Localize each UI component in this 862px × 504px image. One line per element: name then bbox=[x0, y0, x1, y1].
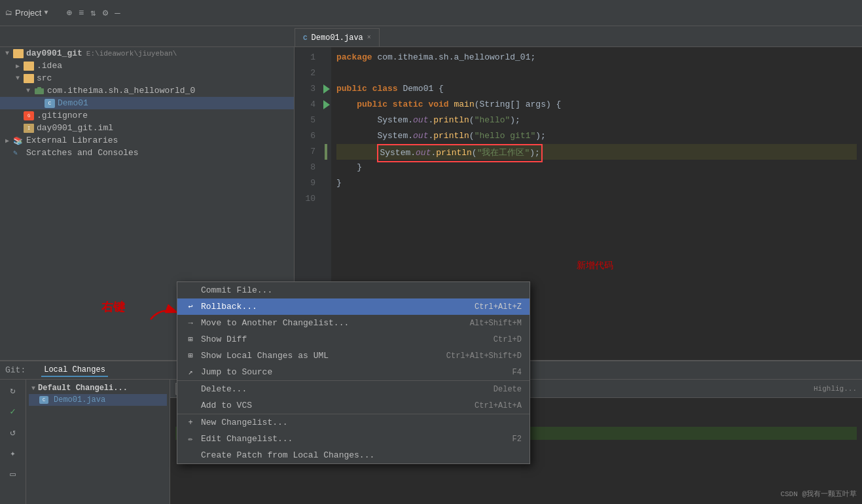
project-dropdown-icon[interactable]: ▼ bbox=[44, 9, 48, 16]
settings-icon[interactable]: ⚙ bbox=[103, 7, 108, 18]
menu-diff[interactable]: ⊞ Show Diff Ctrl+D bbox=[177, 331, 530, 348]
tab-local-changes[interactable]: Local Changes bbox=[41, 364, 108, 377]
edit-changelist-shortcut: F2 bbox=[512, 435, 522, 444]
tree-package[interactable]: ▼ com.itheima.sh.a_helloworld_0 bbox=[0, 84, 294, 97]
tab-label: Demo01.java bbox=[312, 33, 363, 43]
new-code-annotation: 新增代码 bbox=[577, 260, 613, 272]
tree-gitignore[interactable]: G .gitignore bbox=[0, 109, 294, 122]
menu-addvcs[interactable]: Add to VCS Ctrl+Alt+A bbox=[177, 397, 530, 414]
package-arrow-icon: ▼ bbox=[26, 87, 34, 94]
tab-close-icon[interactable]: × bbox=[367, 34, 371, 41]
code-line-3: public class Demo01 { bbox=[336, 81, 857, 97]
csdn-watermark: CSDN @我有一颗五叶草 bbox=[780, 489, 857, 499]
changelist-label: Default Changeli... bbox=[38, 384, 128, 393]
gitignore-icon: G bbox=[24, 111, 34, 120]
menu-delete[interactable]: Delete... Delete bbox=[177, 380, 530, 397]
menu-rollback[interactable]: ↩ Rollback... Ctrl+Alt+Z bbox=[177, 298, 530, 315]
edit-changelist-label: Edit Changelist... bbox=[201, 434, 293, 444]
diff-icon: ⊞ bbox=[185, 334, 196, 344]
root-folder-icon bbox=[13, 49, 24, 58]
locate-icon[interactable]: ⊕ bbox=[66, 7, 71, 18]
tree-src[interactable]: ▼ src bbox=[0, 72, 294, 84]
tab-bar: C Demo01.java × bbox=[0, 26, 862, 47]
jump-icon: ↗ bbox=[185, 367, 196, 377]
idea-label: .idea bbox=[37, 61, 62, 71]
menu-commit[interactable]: Commit File... bbox=[177, 282, 530, 298]
code-line-10 bbox=[336, 191, 857, 207]
sort-icon[interactable]: ⇅ bbox=[90, 7, 96, 18]
project-folder-icon: 🗂 bbox=[5, 9, 12, 17]
context-menu: Commit File... ↩ Rollback... Ctrl+Alt+Z … bbox=[177, 281, 530, 464]
iml-label: day0901_git.iml bbox=[37, 123, 113, 133]
new-changelist-label: New Changelist... bbox=[201, 418, 288, 427]
highlight-label: Highlig... bbox=[814, 385, 857, 393]
src-folder-icon bbox=[24, 74, 34, 83]
addvcs-shortcut: Ctrl+Alt+A bbox=[475, 401, 522, 410]
move-icon: → bbox=[185, 319, 196, 328]
code-line-7: System.out.println("我在工作区"); bbox=[336, 144, 857, 160]
minimize-icon[interactable]: — bbox=[115, 8, 120, 18]
menu-create-patch[interactable]: Create Patch from Local Changes... bbox=[177, 447, 530, 463]
list-icon[interactable]: ≡ bbox=[79, 8, 84, 18]
menu-edit-changelist[interactable]: ✏ Edit Changelist... F2 bbox=[177, 431, 530, 447]
run-mark-4[interactable] bbox=[323, 100, 330, 109]
code-line-5: System.out.println("hello"); bbox=[336, 113, 857, 128]
tree-iml[interactable]: I day0901_git.iml bbox=[0, 122, 294, 134]
toolbar: 🗂 Project ▼ ⊕ ≡ ⇅ ⚙ — bbox=[0, 0, 862, 26]
expand-btn[interactable]: ▭ bbox=[5, 466, 21, 482]
refresh-btn[interactable]: ↻ bbox=[5, 382, 21, 398]
idea-arrow-icon: ▶ bbox=[16, 62, 24, 70]
code-line-6: System.out.println("hello git1"); bbox=[336, 128, 857, 144]
code-line-1: package com.itheima.sh.a_helloworld_01; bbox=[336, 50, 857, 65]
check-btn[interactable]: ✓ bbox=[5, 403, 21, 419]
changelist-root[interactable]: ▼ Default Changeli... bbox=[29, 382, 167, 394]
tree-scratches[interactable]: ✎ Scratches and Consoles bbox=[0, 147, 294, 159]
root-label: day0901_git bbox=[26, 48, 82, 58]
scratches-icon: ✎ bbox=[13, 149, 24, 158]
changelist-file-demo01[interactable]: C Demo01.java bbox=[29, 394, 167, 406]
create-patch-label: Create Patch from Local Changes... bbox=[201, 450, 374, 460]
changelist-arrow: ▼ bbox=[31, 385, 35, 392]
src-label: src bbox=[37, 73, 52, 83]
package-label: com.itheima.sh.a_helloworld_0 bbox=[47, 86, 195, 96]
delete-label: Delete... bbox=[201, 384, 247, 394]
tree-idea[interactable]: ▶ .idea bbox=[0, 60, 294, 72]
project-label: Project bbox=[15, 8, 41, 18]
show-local-shortcut: Ctrl+Alt+Shift+D bbox=[446, 351, 522, 361]
code-line-2 bbox=[336, 65, 857, 81]
demo01-java-icon: C bbox=[45, 99, 55, 108]
diff-shortcut: Ctrl+D bbox=[494, 335, 522, 344]
diff-label: Show Diff bbox=[201, 334, 247, 344]
gitignore-label: .gitignore bbox=[37, 111, 88, 120]
tab-java-icon: C bbox=[303, 34, 308, 42]
scratches-label: Scratches and Consoles bbox=[26, 148, 139, 158]
menu-new-changelist[interactable]: + New Changelist... bbox=[177, 414, 530, 431]
show-local-label: Show Local Changes as UML bbox=[201, 351, 329, 361]
delete-shortcut: Delete bbox=[494, 385, 522, 394]
rollback-icon: ↩ bbox=[185, 302, 196, 312]
toolbar-icons: ⊕ ≡ ⇅ ⚙ — bbox=[66, 7, 120, 18]
rollback-shortcut: Ctrl+Alt+Z bbox=[475, 302, 522, 312]
move-label: Move to Another Changelist... bbox=[201, 318, 349, 328]
tab-demo01[interactable]: C Demo01.java × bbox=[295, 28, 380, 46]
tree-ext-lib[interactable]: ▶ 📚 External Libraries bbox=[0, 134, 294, 147]
project-panel-header[interactable]: 🗂 Project ▼ bbox=[5, 8, 48, 18]
tree-demo01[interactable]: C Demo01 bbox=[0, 97, 294, 109]
code-line-9: } bbox=[336, 175, 857, 191]
svg-rect-1 bbox=[37, 87, 41, 90]
code-line-4: public static void main(String[] args) { bbox=[336, 97, 857, 113]
rollback-btn[interactable]: ↺ bbox=[5, 424, 21, 440]
menu-move[interactable]: → Move to Another Changelist... Alt+Shif… bbox=[177, 315, 530, 331]
src-arrow-icon: ▼ bbox=[16, 75, 24, 82]
idea-folder-icon bbox=[24, 62, 34, 71]
menu-show-local[interactable]: ⊞ Show Local Changes as UML Ctrl+Alt+Shi… bbox=[177, 348, 530, 364]
extlib-icon: 📚 bbox=[13, 136, 24, 145]
star-btn[interactable]: ✦ bbox=[5, 445, 21, 461]
package-icon bbox=[34, 86, 45, 96]
commit-label: Commit File... bbox=[201, 285, 272, 295]
jump-label: Jump to Source bbox=[201, 367, 272, 377]
menu-jump[interactable]: ↗ Jump to Source F4 bbox=[177, 364, 530, 380]
tree-root[interactable]: ▼ day0901_git E:\ideawork\jiuyeban\ bbox=[0, 47, 294, 60]
run-mark-3[interactable] bbox=[323, 84, 330, 94]
changelist-java-icon: C bbox=[39, 396, 48, 404]
